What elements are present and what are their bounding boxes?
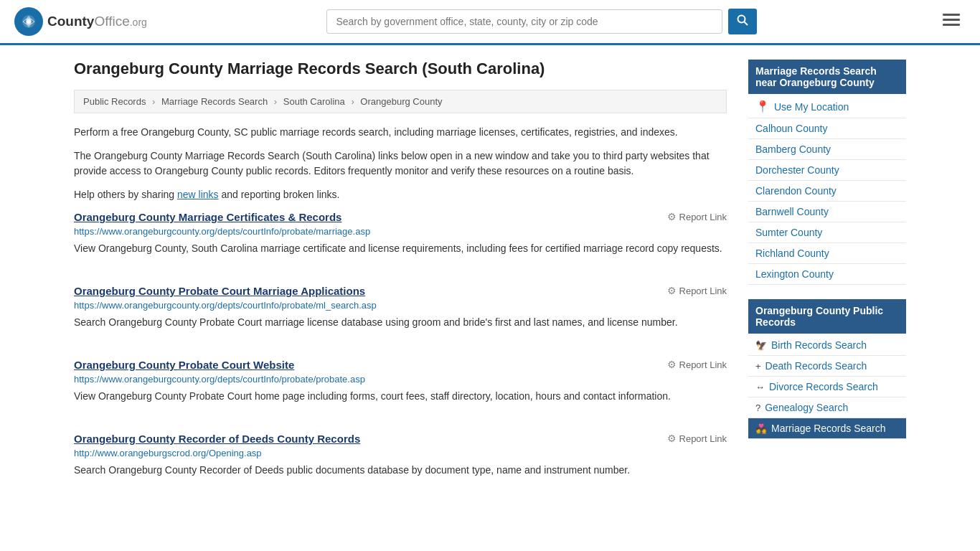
main-content: Orangeburg County Marriage Records Searc… [60,45,920,521]
nearby-title: Marriage Records Search near Orangeburg … [748,60,906,94]
report-link-2[interactable]: ⚙ Report Link [667,359,727,370]
nearby-county-link-6[interactable]: Richland County [755,248,829,259]
public-record-link-2[interactable]: Divorce Records Search [769,381,878,392]
sidebar-record-icon-1: + [755,361,761,372]
result-title-row: Orangeburg County Probate Court Marriage… [74,285,727,297]
breadcrumb: Public Records › Marriage Records Search… [74,90,727,113]
nearby-county-link-1[interactable]: Bamberg County [755,143,831,155]
result-desc-2: View Orangeburg County Probate Court hom… [74,389,727,404]
page-title: Orangeburg County Marriage Records Searc… [74,60,727,78]
result-url-2: https://www.orangeburgcounty.org/depts/c… [74,374,727,385]
svg-rect-7 [943,24,960,26]
public-records-list: 🦅 Birth Records Search + Death Records S… [748,335,906,439]
public-record-item[interactable]: 🦅 Birth Records Search [748,335,906,356]
result-title: Orangeburg County Probate Court Website [74,359,294,371]
result-url-3: http://www.orangeburgscrod.org/Opening.a… [74,448,727,458]
result-title-row: Orangeburg County Recorder of Deeds Coun… [74,433,727,445]
nearby-county-link-4[interactable]: Barnwell County [755,206,829,217]
report-link-1[interactable]: ⚙ Report Link [667,285,727,296]
result-title: Orangeburg County Marriage Certificates … [74,211,341,223]
search-icon [737,14,748,26]
result-link-1[interactable]: Orangeburg County Probate Court Marriage… [74,285,365,297]
nearby-county-link-5[interactable]: Sumter County [755,227,822,238]
breadcrumb-orangeburg-county[interactable]: Orangeburg County [360,96,442,107]
use-location-item[interactable]: 📍 Use My Location [748,95,906,118]
svg-point-2 [27,19,31,24]
nearby-county-item[interactable]: Bamberg County [748,139,906,160]
sidebar-record-icon-4: 💑 [755,423,767,434]
description-1: Perform a free Orangeburg County, SC pub… [74,125,727,140]
result-title: Orangeburg County Recorder of Deeds Coun… [74,433,360,445]
svg-line-4 [745,22,748,26]
public-record-item[interactable]: ↔ Divorce Records Search [748,377,906,397]
logo-svg [19,11,39,32]
public-record-item[interactable]: 💑 Marriage Records Search [748,418,906,439]
report-icon-1: ⚙ [667,285,677,296]
sidebar-record-icon-0: 🦅 [755,340,767,351]
result-title: Orangeburg County Probate Court Marriage… [74,285,365,297]
result-desc-1: Search Orangeburg County Probate Court m… [74,315,727,330]
description-3: Help others by sharing new links and rep… [74,187,727,202]
result-title-row: Orangeburg County Probate Court Website … [74,359,727,371]
logo-text: CountyOffice.org [47,14,147,29]
report-icon-3: ⚙ [667,433,677,444]
use-location-link[interactable]: Use My Location [774,101,849,113]
result-desc-3: Search Orangeburg County Recorder of Dee… [74,463,727,478]
public-record-link-3[interactable]: Genealogy Search [765,402,848,413]
report-link-0[interactable]: ⚙ Report Link [667,211,727,222]
breadcrumb-south-carolina[interactable]: South Carolina [283,96,345,107]
nearby-section: Marriage Records Search near Orangeburg … [748,60,906,285]
nearby-county-item[interactable]: Sumter County [748,222,906,243]
menu-icon [943,14,960,27]
logo-area: CountyOffice.org [14,7,147,36]
result-item: Orangeburg County Probate Court Marriage… [74,285,727,342]
svg-point-3 [738,16,745,23]
result-link-0[interactable]: Orangeburg County Marriage Certificates … [74,211,341,223]
public-record-link-1[interactable]: Death Records Search [765,360,867,372]
search-input[interactable] [326,9,722,34]
new-links-link[interactable]: new links [177,189,219,200]
nearby-county-item[interactable]: Dorchester County [748,160,906,181]
sidebar-record-icon-2: ↔ [755,382,765,392]
header: CountyOffice.org [0,0,980,45]
report-link-3[interactable]: ⚙ Report Link [667,433,727,444]
public-record-item[interactable]: + Death Records Search [748,356,906,377]
result-link-3[interactable]: Orangeburg County Recorder of Deeds Coun… [74,433,360,445]
result-link-2[interactable]: Orangeburg County Probate Court Website [74,359,294,371]
public-record-link-0[interactable]: Birth Records Search [771,339,867,351]
public-records-title: Orangeburg County Public Records [748,299,906,334]
breadcrumb-marriage-records[interactable]: Marriage Records Search [161,96,268,107]
result-title-row: Orangeburg County Marriage Certificates … [74,211,727,223]
sidebar: Marriage Records Search near Orangeburg … [748,60,906,507]
nearby-county-link-2[interactable]: Dorchester County [755,164,839,176]
public-records-section: Orangeburg County Public Records 🦅 Birth… [748,299,906,439]
result-desc-0: View Orangeburg County, South Carolina m… [74,241,727,256]
nearby-county-item[interactable]: Barnwell County [748,202,906,222]
nearby-county-item[interactable]: Clarendon County [748,181,906,202]
report-icon-2: ⚙ [667,359,677,370]
svg-rect-6 [943,19,960,21]
breadcrumb-public-records[interactable]: Public Records [83,96,146,107]
nearby-county-link-0[interactable]: Calhoun County [755,123,827,134]
sidebar-record-icon-3: ? [755,402,760,413]
content-area: Orangeburg County Marriage Records Searc… [74,60,727,507]
result-url-1: https://www.orangeburgcounty.org/depts/c… [74,300,727,311]
nearby-county-item[interactable]: Lexington County [748,264,906,285]
nearby-county-link-7[interactable]: Lexington County [755,268,834,280]
public-record-item[interactable]: ? Genealogy Search [748,397,906,418]
header-right [937,9,966,34]
public-record-link-4[interactable]: Marriage Records Search [771,423,886,434]
nearby-county-link-3[interactable]: Clarendon County [755,185,837,197]
result-item: Orangeburg County Recorder of Deeds Coun… [74,433,727,489]
search-area [326,9,757,34]
nearby-county-item[interactable]: Calhoun County [748,118,906,139]
nearby-county-item[interactable]: Richland County [748,243,906,264]
results-list: Orangeburg County Marriage Certificates … [74,211,727,489]
nearby-counties-list: Calhoun CountyBamberg CountyDorchester C… [748,118,906,285]
search-button[interactable] [728,9,757,34]
svg-rect-5 [943,14,960,16]
menu-button[interactable] [937,9,966,34]
location-icon: 📍 [755,100,770,113]
logo-icon [14,7,43,36]
result-item: Orangeburg County Probate Court Website … [74,359,727,415]
